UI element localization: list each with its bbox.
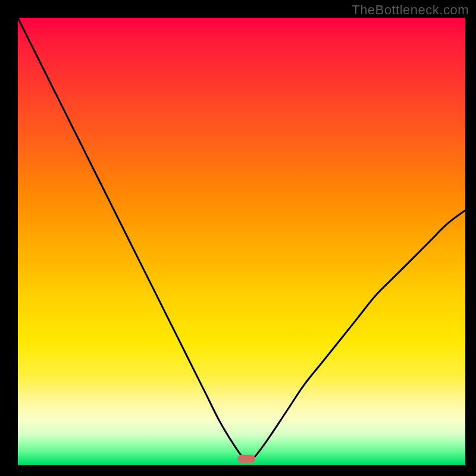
curve-svg [18, 18, 465, 465]
watermark-label: TheBottleneck.com [352, 2, 469, 18]
chart-frame: TheBottleneck.com [0, 0, 476, 476]
plot-area [18, 18, 465, 465]
optimum-marker [237, 455, 255, 462]
bottleneck-curve [18, 18, 465, 460]
